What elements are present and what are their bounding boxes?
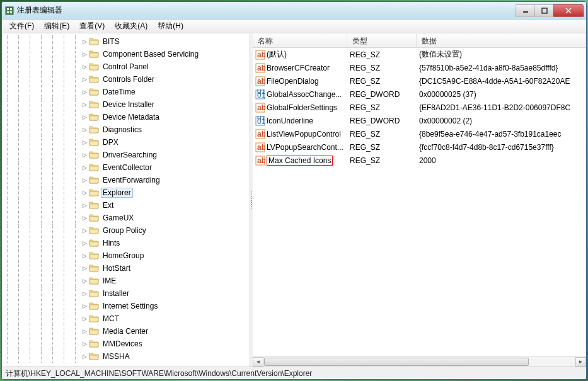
menu-edit[interactable]: 编辑(E) [39, 20, 74, 33]
expander-icon[interactable]: ▷ [81, 202, 88, 208]
list-row[interactable]: abFileOpenDialogREG_SZ{DC1C5A9C-E88A-4dd… [253, 74, 586, 88]
list-row[interactable]: abGlobalFolderSettingsREG_SZ{EF8AD2D1-AE… [253, 101, 586, 114]
value-name: IconUnderline [267, 117, 313, 125]
list-row[interactable]: abLVPopupSearchCont...REG_SZ{fccf70c8-f4… [253, 140, 586, 154]
tree-item[interactable]: ▷MSSHA [2, 350, 250, 363]
close-button[interactable] [553, 4, 584, 17]
scroll-thumb[interactable] [264, 358, 529, 366]
tree-item[interactable]: ▷HomeGroup [2, 249, 250, 262]
tree-item[interactable]: ▷GameUX [2, 212, 250, 224]
reg-string-icon: ab [255, 63, 265, 73]
expander-icon[interactable]: ▷ [81, 265, 88, 271]
tree-label: Internet Settings [101, 301, 159, 311]
tree-item[interactable]: ▷MCT [2, 312, 250, 325]
expander-icon[interactable]: ▷ [81, 278, 88, 284]
expander-icon[interactable]: ▷ [81, 240, 88, 246]
tree-item[interactable]: ▷Ext [2, 199, 250, 212]
expander-icon[interactable]: ▷ [81, 227, 88, 234]
folder-icon [89, 75, 99, 84]
expander-icon[interactable]: ▷ [81, 51, 88, 57]
tree-item[interactable]: ▷Group Policy [2, 224, 250, 237]
horizontal-scrollbar[interactable]: ◄ ► [253, 356, 586, 367]
expander-icon[interactable]: ▷ [81, 177, 88, 183]
tree-pane[interactable]: ▷BITS▷Component Based Servicing▷Control … [2, 34, 250, 367]
titlebar[interactable]: 注册表编辑器 [2, 2, 586, 20]
header-type[interactable]: 类型 [347, 34, 417, 47]
expander-icon[interactable]: ▷ [81, 353, 88, 360]
expander-icon[interactable]: ▷ [81, 215, 88, 221]
tree-item[interactable]: ▷DriverSearching [2, 149, 250, 161]
list-row[interactable]: 011010IconUnderlineREG_DWORD0x00000002 (… [253, 114, 586, 127]
tree-label: Controls Folder [101, 74, 156, 84]
tree-item[interactable]: ▷Device Metadata [2, 111, 250, 123]
tree-label: EventCollector [101, 162, 154, 173]
tree-item[interactable]: ▷Hints [2, 237, 250, 249]
expander-icon[interactable]: ▷ [81, 114, 88, 120]
list-row[interactable]: abBrowserCFCreatorREG_SZ{57f8510b-a5e2-4… [253, 61, 586, 74]
tree-item[interactable]: ▷Internet Settings [2, 300, 250, 312]
tree-item[interactable]: ▷BITS [2, 35, 250, 48]
tree-label: MCT [101, 314, 121, 324]
tree-label: Media Center [101, 326, 150, 336]
tree-item[interactable]: ▷DateTime [2, 86, 250, 98]
list-row[interactable]: abListViewPopupControlREG_SZ{8be9f5ea-e7… [253, 127, 586, 140]
scroll-track[interactable] [263, 357, 575, 367]
expander-icon[interactable]: ▷ [81, 76, 88, 82]
maximize-button[interactable] [534, 4, 553, 17]
expander-icon[interactable]: ▷ [81, 303, 88, 309]
tree-item[interactable]: ▷Explorer [2, 186, 250, 199]
list-row[interactable]: 011010GlobalAssocChange...REG_DWORD0x000… [253, 88, 586, 101]
expander-icon[interactable]: ▷ [81, 290, 88, 297]
menu-file[interactable]: 文件(F) [4, 20, 39, 33]
folder-icon [89, 163, 99, 172]
scroll-left-button[interactable]: ◄ [253, 357, 263, 367]
value-type: REG_SZ [347, 156, 417, 165]
menu-favorites[interactable]: 收藏夹(A) [110, 20, 153, 33]
expander-icon[interactable]: ▷ [81, 316, 88, 322]
tree-item[interactable]: ▷HotStart [2, 262, 250, 275]
tree-item[interactable]: ▷Installer [2, 287, 250, 300]
expander-icon[interactable]: ▷ [81, 64, 88, 70]
tree-label: GameUX [101, 213, 135, 223]
svg-rect-6 [542, 8, 547, 13]
expander-icon[interactable]: ▷ [81, 341, 88, 347]
value-type: REG_SZ [347, 77, 417, 86]
tree-item[interactable]: ▷Controls Folder [2, 73, 250, 86]
tree-item[interactable]: ▷IME [2, 275, 250, 287]
list-row[interactable]: abMax Cached IconsREG_SZ2000 [253, 154, 586, 167]
folder-icon [89, 289, 99, 298]
tree-item[interactable]: ▷Diagnostics [2, 123, 250, 136]
expander-icon[interactable]: ▷ [81, 253, 88, 259]
tree-item[interactable]: ▷Component Based Servicing [2, 48, 250, 60]
folder-icon [89, 88, 99, 96]
expander-icon[interactable]: ▷ [81, 101, 88, 108]
expander-icon[interactable]: ▷ [81, 152, 88, 158]
list-body[interactable]: ab(默认)REG_SZ(数值未设置)abBrowserCFCreatorREG… [253, 48, 586, 356]
menu-help[interactable]: 帮助(H) [153, 20, 188, 33]
tree-item[interactable]: ▷EventForwarding [2, 174, 250, 186]
expander-icon[interactable]: ▷ [81, 127, 88, 133]
expander-icon[interactable]: ▷ [81, 139, 88, 145]
scroll-right-button[interactable]: ► [575, 357, 586, 367]
expander-icon[interactable]: ▷ [81, 190, 88, 196]
tree-label: HomeGroup [101, 251, 146, 261]
tree-item[interactable]: ▷MMDevices [2, 338, 250, 350]
tree-item[interactable]: ▷Media Center [2, 325, 250, 338]
tree-item[interactable]: ▷EventCollector [2, 161, 250, 174]
header-data[interactable]: 数据 [417, 34, 586, 47]
tree-item[interactable]: ▷DPX [2, 136, 250, 149]
reg-string-icon: ab [255, 142, 265, 152]
tree-item[interactable]: ▷Control Panel [2, 60, 250, 73]
menu-view[interactable]: 查看(V) [74, 20, 110, 33]
tree-label: Group Policy [101, 225, 148, 236]
expander-icon[interactable]: ▷ [81, 164, 88, 171]
expander-icon[interactable]: ▷ [81, 328, 88, 334]
folder-icon [89, 176, 99, 185]
expander-icon[interactable]: ▷ [81, 38, 88, 45]
expander-icon[interactable]: ▷ [81, 89, 88, 95]
minimize-button[interactable] [516, 4, 534, 17]
header-name[interactable]: 名称 [253, 34, 347, 47]
list-row[interactable]: ab(默认)REG_SZ(数值未设置) [253, 48, 586, 61]
tree-item[interactable]: ▷Device Installer [2, 98, 250, 111]
svg-text:010: 010 [257, 91, 265, 100]
